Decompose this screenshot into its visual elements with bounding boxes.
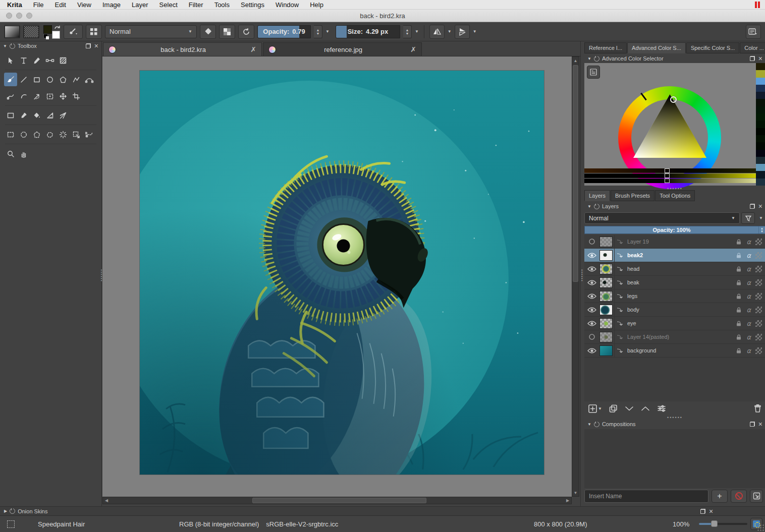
menu-filter[interactable]: Filter xyxy=(183,1,209,9)
tool-pattern-edit[interactable] xyxy=(57,53,70,67)
resize-grip[interactable] xyxy=(757,524,764,531)
tab-advanced-color-selector[interactable]: Advanced Color S... xyxy=(627,42,686,53)
swap-colors-icon[interactable] xyxy=(54,24,61,33)
alpha-lock-icon[interactable]: α xyxy=(746,238,751,246)
color-mode-label[interactable]: RGB (8-bit integer/channel) xyxy=(179,520,259,528)
menu-view[interactable]: View xyxy=(72,1,97,9)
layer-row[interactable]: legs α xyxy=(584,289,765,303)
layers-docker-header[interactable]: ▼ Layers × xyxy=(584,202,765,211)
layer-row[interactable]: beak2 α xyxy=(584,249,765,262)
layer-row[interactable]: body α xyxy=(584,303,765,317)
layer-row[interactable]: background α xyxy=(584,344,765,358)
layer-row[interactable]: Layer 14(pasted) α xyxy=(584,330,765,344)
tool-select-contiguous[interactable] xyxy=(57,128,70,141)
tab-reference-images[interactable]: Reference I... xyxy=(584,42,627,53)
alpha-lock-icon[interactable]: α xyxy=(746,265,751,273)
tool-select-bezier[interactable] xyxy=(83,128,96,141)
tool-select-elliptical[interactable] xyxy=(17,128,30,141)
menu-image[interactable]: Image xyxy=(97,1,126,9)
tab-close-icon[interactable]: ✗ xyxy=(250,45,256,53)
tab-layers[interactable]: Layers xyxy=(584,190,610,201)
tool-multibrush[interactable] xyxy=(30,89,43,103)
layer-thumbnail[interactable] xyxy=(599,277,613,288)
layer-row[interactable]: beak α xyxy=(584,276,765,289)
tool-freehand-path[interactable] xyxy=(4,89,17,103)
menu-tools[interactable]: Tools xyxy=(209,1,235,9)
tab-color[interactable]: Color ... xyxy=(740,42,765,53)
layer-thumbnail[interactable] xyxy=(599,264,613,274)
add-layer-dropdown-icon[interactable]: ▼ xyxy=(598,406,602,411)
canvas-viewport[interactable] xyxy=(102,56,572,497)
inherit-alpha-icon[interactable] xyxy=(755,252,762,259)
collapse-icon[interactable]: ▼ xyxy=(3,44,7,48)
layer-thumbnail[interactable] xyxy=(599,237,613,247)
close-docker-icon[interactable]: × xyxy=(758,56,762,61)
preserve-alpha-button[interactable] xyxy=(219,25,235,39)
visibility-toggle[interactable] xyxy=(584,347,599,354)
delete-layer-button[interactable] xyxy=(754,404,761,412)
current-brush-name[interactable]: Speedpaint Hair xyxy=(38,520,85,528)
alpha-lock-icon[interactable]: α xyxy=(746,292,751,300)
expand-icon[interactable]: ▶ xyxy=(4,509,7,513)
tool-bezier-curve[interactable] xyxy=(83,73,96,86)
tool-color-sampler[interactable] xyxy=(17,108,30,122)
lock-icon[interactable] xyxy=(736,320,742,327)
image-size-label[interactable]: 800 x 800 (20.9M) xyxy=(534,520,587,528)
docker-lock-icon[interactable] xyxy=(10,43,15,49)
inherit-alpha-icon[interactable] xyxy=(755,279,762,286)
move-layer-up-button[interactable] xyxy=(641,405,650,411)
layer-name[interactable]: head xyxy=(627,266,736,272)
lock-icon[interactable] xyxy=(736,307,742,313)
layer-thumbnail[interactable] xyxy=(599,345,613,356)
inherit-alpha-icon[interactable] xyxy=(755,320,762,327)
tool-fill[interactable] xyxy=(30,108,43,122)
layer-name[interactable]: beak2 xyxy=(627,252,736,258)
advanced-color-selector-header[interactable]: ▼ Advanced Color Selector × xyxy=(584,54,765,63)
tool-select-shapes[interactable] xyxy=(4,53,17,67)
selection-status-icon[interactable] xyxy=(7,520,15,528)
gradient-chooser-button[interactable] xyxy=(4,25,20,39)
workspace-chooser-button[interactable] xyxy=(746,25,761,39)
menu-edit[interactable]: Edit xyxy=(49,1,72,9)
menu-krita[interactable]: Krita xyxy=(0,1,28,9)
menu-window[interactable]: Window xyxy=(270,1,304,9)
inherit-alpha-icon[interactable] xyxy=(755,266,762,272)
alpha-lock-icon[interactable]: α xyxy=(746,279,751,286)
docker-lock-icon[interactable] xyxy=(594,422,599,427)
layer-name[interactable]: body xyxy=(627,307,736,313)
duplicate-layer-button[interactable] xyxy=(609,404,618,413)
tool-rectangle[interactable] xyxy=(30,73,43,86)
layer-thumbnail[interactable] xyxy=(599,250,613,261)
tool-select-polygonal[interactable] xyxy=(30,128,43,141)
scroll-right-icon[interactable]: ▶ xyxy=(564,497,571,504)
horizontal-scroll-thumb[interactable] xyxy=(252,498,426,503)
tool-line[interactable] xyxy=(17,73,30,86)
layer-opacity-spinner[interactable]: ▲▼ xyxy=(758,226,765,233)
composition-name-input[interactable] xyxy=(584,490,708,503)
tool-select-similar[interactable] xyxy=(70,128,83,141)
layer-name[interactable]: beak xyxy=(627,279,736,285)
tool-transform[interactable] xyxy=(43,89,57,103)
layer-thumbnail[interactable] xyxy=(599,318,613,329)
panel-splitter-handle[interactable]: •••••• xyxy=(579,269,584,282)
tool-select-freehand[interactable] xyxy=(43,128,57,141)
close-docker-icon[interactable]: × xyxy=(758,204,762,209)
lock-icon[interactable] xyxy=(736,266,742,272)
zoom-slider[interactable] xyxy=(699,523,747,525)
alpha-lock-icon[interactable]: α xyxy=(746,252,751,259)
alpha-lock-icon[interactable]: α xyxy=(746,306,751,314)
lock-icon[interactable] xyxy=(736,347,742,354)
layer-thumbnail[interactable] xyxy=(599,305,613,315)
layer-thumbnail[interactable] xyxy=(599,332,613,342)
opacity-spinner[interactable]: ▲▼ xyxy=(314,25,322,38)
layer-row[interactable]: Layer 19 α xyxy=(584,235,765,249)
tool-zoom[interactable] xyxy=(4,147,17,160)
export-composition-button[interactable] xyxy=(750,490,763,503)
tool-text[interactable] xyxy=(17,53,30,67)
visibility-toggle[interactable] xyxy=(584,252,599,259)
visibility-toggle[interactable] xyxy=(584,320,599,327)
toolbox-header[interactable]: ▼ Toolbox × xyxy=(0,41,101,50)
add-composition-button[interactable]: + xyxy=(712,490,728,503)
foreground-background-colors[interactable] xyxy=(42,24,61,39)
close-docker-icon[interactable]: × xyxy=(709,509,713,514)
